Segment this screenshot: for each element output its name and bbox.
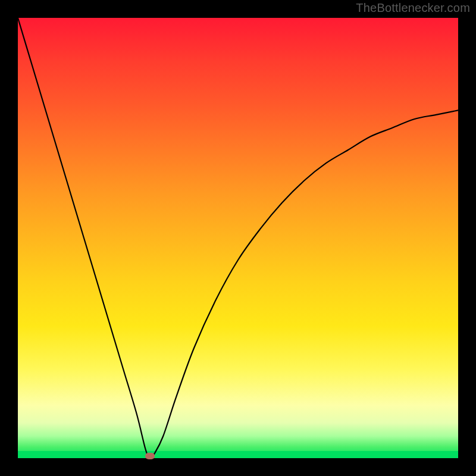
bottleneck-curve	[18, 18, 458, 458]
optimal-point-marker	[145, 453, 155, 459]
chart-frame: TheBottlenecker.com	[0, 0, 476, 476]
watermark-text: TheBottlenecker.com	[356, 1, 470, 15]
plot-area	[18, 18, 458, 458]
